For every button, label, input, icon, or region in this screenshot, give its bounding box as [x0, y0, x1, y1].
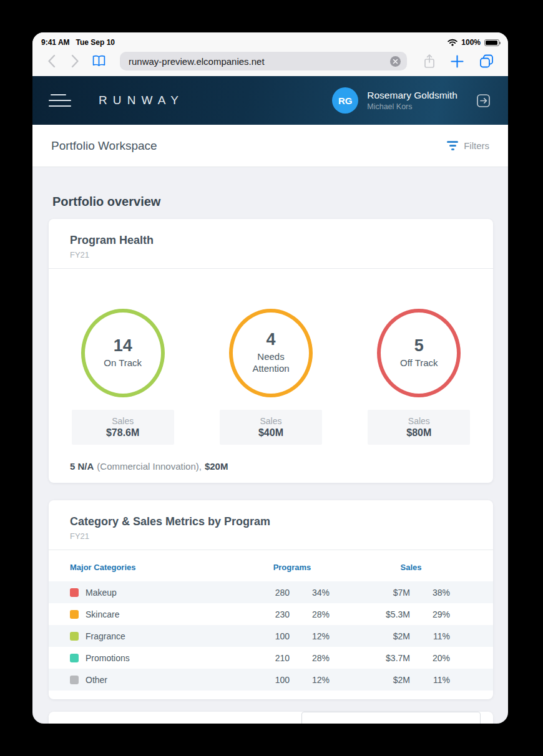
- status-date: Tue Sep 10: [76, 38, 115, 47]
- user-organization: Michael Kors: [367, 102, 457, 112]
- section-title: Portfolio overview: [52, 195, 493, 209]
- battery-percent: 100%: [461, 38, 481, 47]
- category-name: Promotions: [86, 653, 130, 663]
- sales-box: Sales $78.6M: [72, 410, 174, 445]
- sales-amount: $7M: [330, 588, 410, 598]
- status-off-track: 5 Off Track Sales $80M: [345, 309, 493, 445]
- sales-pct: 20%: [425, 653, 450, 663]
- ios-status-bar: 9:41 AM Tue Sep 10 100%: [32, 32, 508, 50]
- filters-button[interactable]: Filters: [447, 140, 489, 151]
- category-swatch: [70, 654, 79, 662]
- footnote-na-count: 5 N/A: [70, 461, 94, 472]
- ipad-device-frame: 9:41 AM Tue Sep 10 100%: [0, 0, 543, 756]
- device-screen: 9:41 AM Tue Sep 10 100%: [32, 32, 508, 724]
- next-card-control-placeholder[interactable]: [301, 712, 481, 724]
- category-name: Other: [86, 675, 107, 685]
- new-tab-icon[interactable]: [451, 55, 464, 68]
- tabs-icon[interactable]: [479, 54, 494, 69]
- card-subtitle: FY21: [70, 531, 472, 541]
- programs-pct: 28%: [305, 653, 330, 663]
- status-on-track: 14 On Track Sales $78.6M: [49, 309, 197, 445]
- next-card-partial: [49, 712, 493, 724]
- sales-box: Sales $40M: [220, 410, 322, 445]
- back-button[interactable]: [44, 54, 59, 69]
- programs-count: 210: [255, 653, 290, 663]
- sales-label: Sales: [408, 416, 430, 426]
- programs-pct: 12%: [305, 675, 330, 685]
- clear-url-icon[interactable]: [390, 56, 401, 67]
- url-text: runway-preview.elcompanies.net: [129, 56, 390, 67]
- filters-label: Filters: [464, 140, 489, 151]
- address-bar[interactable]: runway-preview.elcompanies.net: [120, 52, 407, 70]
- avatar[interactable]: RG: [332, 87, 358, 114]
- footnote-text: (Commercial Innovation),: [97, 461, 202, 472]
- sign-out-icon[interactable]: [475, 92, 492, 109]
- status-circles-row: 14 On Track Sales $78.6M 4 Needs Attenti…: [49, 269, 493, 445]
- column-header-programs: Programs: [255, 563, 330, 572]
- category-swatch: [70, 610, 79, 619]
- card-title: Program Health: [70, 234, 472, 247]
- status-time: 9:41 AM: [41, 38, 70, 47]
- status-count: 4: [266, 331, 275, 348]
- menu-icon[interactable]: [49, 94, 71, 107]
- status-label: On Track: [104, 357, 142, 369]
- sales-amount: $3.7M: [330, 653, 410, 663]
- page-content[interactable]: Portfolio overview Program Health FY21 1…: [32, 167, 508, 724]
- status-label: Off Track: [400, 357, 438, 369]
- sales-amount: $2M: [330, 631, 410, 641]
- footnote-sales: $20M: [205, 461, 228, 472]
- programs-pct: 28%: [305, 609, 330, 619]
- category-swatch: [70, 588, 79, 597]
- browser-toolbar: runway-preview.elcompanies.net: [32, 50, 508, 76]
- category-sales-card: Category & Sales Metrics by Program FY21…: [49, 500, 493, 699]
- category-swatch: [70, 632, 79, 641]
- status-ring: 4 Needs Attention: [229, 309, 313, 397]
- table-row-fragrance: Fragrance 100 12% $2M 11%: [49, 625, 493, 647]
- battery-icon: [484, 39, 499, 46]
- category-swatch: [70, 676, 79, 684]
- column-header-categories: Major Categories: [70, 563, 255, 572]
- status-label: Needs Attention: [243, 351, 298, 375]
- status-ring: 5 Off Track: [377, 309, 461, 397]
- sales-pct: 38%: [425, 588, 450, 598]
- status-count: 5: [414, 337, 424, 354]
- bookmarks-icon[interactable]: [91, 54, 106, 69]
- sales-box: Sales $80M: [368, 410, 470, 445]
- share-icon[interactable]: [423, 54, 436, 69]
- sales-value: $78.6M: [106, 427, 139, 439]
- app-header: RUNWAY RG Rosemary Goldsmith Michael Kor…: [32, 76, 508, 125]
- card-title: Category & Sales Metrics by Program: [70, 515, 472, 528]
- user-meta: Rosemary Goldsmith Michael Kors: [367, 89, 457, 112]
- column-header-sales: Sales: [351, 563, 471, 572]
- sales-label: Sales: [112, 416, 134, 426]
- card-subtitle: FY21: [70, 250, 472, 259]
- program-health-footnote: 5 N/A(Commercial Innovation),$20M: [49, 445, 493, 483]
- sales-value: $80M: [406, 427, 431, 439]
- table-row-skincare: Skincare 230 28% $5.3M 29%: [49, 603, 493, 625]
- user-name: Rosemary Goldsmith: [367, 89, 457, 101]
- category-name: Fragrance: [86, 631, 125, 641]
- programs-count: 100: [255, 631, 290, 641]
- page-title: Portfolio Workspace: [51, 139, 157, 153]
- programs-count: 230: [255, 609, 290, 619]
- forward-button[interactable]: [67, 54, 82, 69]
- filter-icon: [447, 141, 458, 150]
- sales-pct: 11%: [425, 675, 450, 685]
- workspace-titlebar: Portfolio Workspace Filters: [32, 125, 508, 167]
- sales-amount: $5.3M: [330, 609, 410, 619]
- table-row-promotions: Promotions 210 28% $3.7M 20%: [49, 647, 493, 669]
- program-health-header: Program Health FY21: [49, 219, 493, 269]
- status-needs-attention: 4 Needs Attention Sales $40M: [197, 309, 345, 445]
- programs-count: 280: [255, 588, 290, 598]
- table-row-makeup: Makeup 280 34% $7M 38%: [49, 581, 493, 603]
- programs-count: 100: [255, 675, 290, 685]
- category-name: Skincare: [86, 609, 119, 619]
- sales-label: Sales: [260, 416, 281, 426]
- programs-pct: 12%: [305, 631, 330, 641]
- category-sales-header: Category & Sales Metrics by Program FY21: [49, 500, 493, 550]
- status-ring: 14 On Track: [81, 309, 165, 397]
- programs-pct: 34%: [305, 588, 330, 598]
- brand-logo: RUNWAY: [99, 94, 184, 107]
- status-count: 14: [114, 337, 132, 354]
- wifi-icon: [448, 39, 457, 46]
